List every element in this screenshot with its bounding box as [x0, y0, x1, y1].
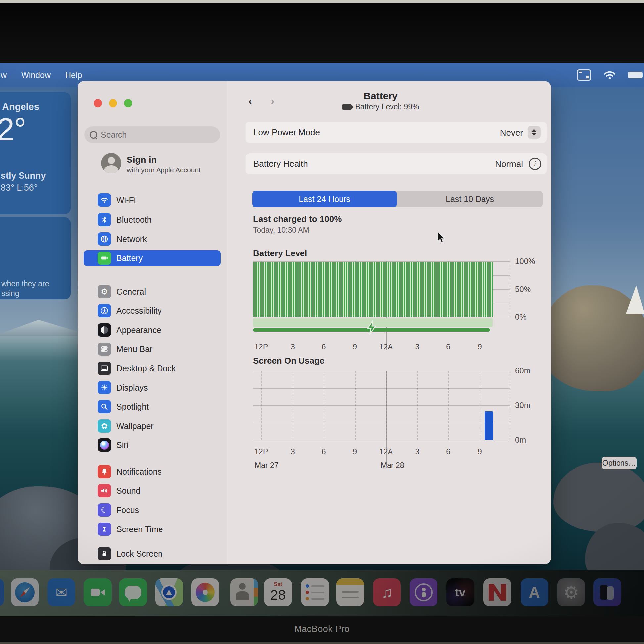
battery-icon: [98, 252, 111, 265]
sidebar-item-label: Bluetooth: [116, 215, 152, 225]
vline: [448, 371, 449, 440]
sidebar-item-spotlight[interactable]: Spotlight: [84, 399, 221, 415]
x-tick-label: 6: [446, 343, 450, 351]
vline: [261, 371, 262, 440]
dock-tv-icon[interactable]: tv: [446, 578, 474, 606]
speaker-icon: [98, 484, 111, 497]
vline: [324, 371, 324, 440]
sidebar-item-label: Displays: [116, 383, 148, 392]
dock-calendar-icon[interactable]: Sat 28: [264, 578, 292, 606]
sign-in-subtitle: with your Apple Account: [127, 166, 201, 174]
sidebar-item-siri[interactable]: Siri: [84, 437, 221, 453]
bell-icon: [98, 465, 111, 478]
sidebar-item-appearance[interactable]: Appearance: [84, 322, 221, 338]
y-axis-label: 30m: [515, 401, 530, 410]
system-settings-window: Search Sign in with your Apple Account W…: [78, 81, 551, 564]
macbook-photo: w Window Help Angeles 2° stly Sunny 83° …: [0, 0, 644, 644]
x-tick-label: 12P: [254, 343, 268, 351]
dock-settings-icon[interactable]: ⚙: [557, 578, 585, 606]
input-source-icon[interactable]: [577, 69, 591, 81]
sidebar-item-network[interactable]: Network: [84, 231, 221, 247]
mouse-cursor: [436, 231, 447, 244]
sidebar-item-menu-bar[interactable]: Menu Bar: [84, 341, 221, 357]
sidebar-item-bluetooth[interactable]: Bluetooth: [84, 212, 221, 228]
device-label: MacBook Pro: [294, 624, 350, 634]
desk-edge: [0, 642, 644, 644]
wifi-status-icon[interactable]: [604, 70, 616, 80]
last-charged-title: Last charged to 100%: [253, 214, 342, 224]
x-tick-label: 6: [322, 343, 326, 351]
dock-safari-icon[interactable]: [11, 578, 39, 606]
dock-maps-icon[interactable]: [155, 578, 183, 606]
weather-high-low: 83° L:56°: [1, 183, 38, 193]
sidebar-item-battery[interactable]: Battery: [84, 250, 221, 266]
sidebar-item-label: Appearance: [116, 325, 161, 335]
dock-app-store-icon[interactable]: A: [521, 578, 548, 606]
dock-reminders-icon[interactable]: [301, 578, 329, 606]
weather-city: Angeles: [2, 101, 39, 112]
battery-chart-title: Battery Level: [253, 248, 307, 258]
sidebar-item-displays[interactable]: ☀ Displays: [84, 380, 221, 395]
info-icon[interactable]: i: [529, 158, 541, 170]
sidebar-item-notifications[interactable]: Notifications: [84, 464, 221, 480]
sidebar-item-lock-screen[interactable]: Lock Screen: [84, 546, 221, 562]
search-input[interactable]: Search: [84, 126, 220, 143]
hline: [253, 405, 510, 406]
dock-photos-icon[interactable]: [191, 578, 219, 606]
sidebar-item-sound[interactable]: Sound: [84, 483, 221, 499]
dock-messages-icon[interactable]: [119, 578, 147, 606]
dock-news-icon[interactable]: [483, 578, 511, 606]
sidebar-item-desktop-dock[interactable]: Desktop & Dock: [84, 360, 221, 376]
dock-contacts-icon[interactable]: [230, 578, 258, 606]
sidebar-item-label: Spotlight: [116, 402, 149, 412]
sidebar-item-accessibility[interactable]: Accessibility: [84, 303, 221, 319]
battery-level-chart: [253, 261, 510, 317]
battery-chart-x-ticks: 12P36912A369: [253, 343, 510, 352]
battery-status-icon[interactable]: [628, 72, 643, 78]
sidebar-item-label: Screen Time: [116, 525, 163, 534]
minimize-button[interactable]: [109, 99, 117, 107]
y-axis-label: 0%: [515, 312, 527, 322]
weather-widget[interactable]: Angeles 2° stly Sunny 83° L:56°: [0, 92, 71, 214]
x-tick-label: 9: [353, 447, 357, 456]
dock-finder-icon[interactable]: [0, 578, 4, 606]
options-button[interactable]: Options…: [602, 457, 637, 469]
zoom-button[interactable]: [124, 99, 132, 107]
sidebar-item-wifi[interactable]: Wi-Fi: [84, 192, 221, 208]
appearance-icon: [98, 323, 111, 337]
menu-item-window[interactable]: Window: [14, 70, 58, 80]
battery-health-value: Normal: [495, 159, 523, 169]
dock-facetime-icon[interactable]: [84, 578, 112, 606]
dock-iphone-mirroring-icon[interactable]: [593, 578, 621, 606]
widget-text: ssing: [1, 289, 19, 298]
usage-chart-x-ticks: 12P36912A369: [253, 447, 510, 457]
dock-mail-icon[interactable]: ✉: [47, 578, 75, 606]
sidebar-item-general[interactable]: ⚙ General: [84, 284, 221, 299]
close-button[interactable]: [94, 99, 102, 107]
sidebar-item-label: Menu Bar: [116, 345, 152, 354]
sidebar-item-screen-time[interactable]: Screen Time: [84, 521, 221, 537]
x-tick-label: 12P: [254, 447, 268, 456]
low-power-mode-popup[interactable]: [528, 126, 541, 139]
sidebar-item-wallpaper[interactable]: ✿ Wallpaper: [84, 418, 221, 434]
dock-notes-icon[interactable]: [336, 578, 364, 606]
lock-icon: [98, 547, 111, 560]
x-tick-label: 6: [446, 447, 450, 456]
menu-item-partial[interactable]: w: [0, 70, 14, 80]
usage-chart-title: Screen On Usage: [253, 356, 324, 366]
desktop-widget[interactable]: when they are ssing: [0, 217, 71, 299]
x-tick-label: 9: [353, 343, 357, 351]
sign-in-row[interactable]: Sign in with your Apple Account: [78, 149, 227, 177]
x-tick-label: 9: [478, 343, 482, 351]
search-placeholder: Search: [101, 130, 127, 140]
dock-music-icon[interactable]: ♫: [373, 578, 401, 606]
sidebar: Search Sign in with your Apple Account W…: [78, 81, 227, 564]
tab-last-10-days[interactable]: Last 10 Days: [397, 191, 543, 207]
battery-pane: ‹ › Battery Battery Level: 99% Low Power…: [227, 81, 551, 564]
tab-last-24-hours[interactable]: Last 24 Hours: [252, 191, 397, 207]
battery-chart-y-labels: 100%50%0%: [515, 261, 548, 317]
widget-text: when they are: [1, 279, 49, 288]
menu-item-help[interactable]: Help: [58, 70, 89, 80]
dock-podcasts-icon[interactable]: [410, 578, 437, 606]
sidebar-item-focus[interactable]: ☾ Focus: [84, 502, 221, 518]
